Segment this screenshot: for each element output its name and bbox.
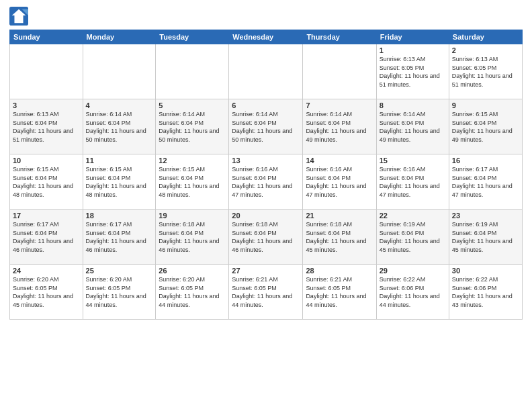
- calendar-cell: 4Sunrise: 6:14 AM Sunset: 6:04 PM Daylig…: [83, 99, 156, 154]
- calendar-cell: 10Sunrise: 6:15 AM Sunset: 6:04 PM Dayli…: [10, 154, 83, 210]
- day-info: Sunrise: 6:18 AM Sunset: 6:04 PM Dayligh…: [159, 220, 226, 254]
- weekday-tuesday: Tuesday: [156, 30, 229, 44]
- calendar-cell: 21Sunrise: 6:18 AM Sunset: 6:04 PM Dayli…: [303, 210, 376, 265]
- day-info: Sunrise: 6:14 AM Sunset: 6:04 PM Dayligh…: [232, 110, 300, 144]
- day-number: 3: [13, 101, 80, 109]
- weekday-header-row: SundayMondayTuesdayWednesdayThursdayFrid…: [10, 30, 523, 44]
- day-number: 26: [159, 267, 226, 275]
- day-number: 18: [86, 212, 153, 220]
- day-info: Sunrise: 6:13 AM Sunset: 6:05 PM Dayligh…: [452, 55, 519, 89]
- day-info: Sunrise: 6:18 AM Sunset: 6:04 PM Dayligh…: [306, 220, 373, 254]
- day-number: 16: [452, 156, 519, 165]
- calendar-cell: 28Sunrise: 6:21 AM Sunset: 6:05 PM Dayli…: [303, 265, 376, 320]
- day-number: 12: [159, 156, 226, 165]
- day-info: Sunrise: 6:15 AM Sunset: 6:04 PM Dayligh…: [452, 110, 519, 144]
- page: SundayMondayTuesdayWednesdayThursdayFrid…: [0, 0, 532, 411]
- day-number: 14: [306, 156, 373, 165]
- calendar-cell: 22Sunrise: 6:19 AM Sunset: 6:04 PM Dayli…: [376, 210, 449, 265]
- day-info: Sunrise: 6:17 AM Sunset: 6:04 PM Dayligh…: [86, 220, 153, 254]
- calendar-cell: 16Sunrise: 6:17 AM Sunset: 6:04 PM Dayli…: [449, 154, 522, 210]
- calendar-cell: 24Sunrise: 6:20 AM Sunset: 6:05 PM Dayli…: [10, 265, 83, 320]
- calendar-cell: 29Sunrise: 6:22 AM Sunset: 6:06 PM Dayli…: [376, 265, 449, 320]
- day-number: 28: [306, 267, 373, 275]
- week-row-3: 10Sunrise: 6:15 AM Sunset: 6:04 PM Dayli…: [10, 154, 523, 210]
- day-info: Sunrise: 6:21 AM Sunset: 6:05 PM Dayligh…: [232, 275, 300, 309]
- calendar-cell: 12Sunrise: 6:15 AM Sunset: 6:04 PM Dayli…: [156, 154, 229, 210]
- calendar-cell: [303, 44, 376, 99]
- day-info: Sunrise: 6:14 AM Sunset: 6:04 PM Dayligh…: [86, 110, 153, 144]
- day-number: 15: [380, 156, 446, 165]
- header: [9, 7, 523, 26]
- weekday-saturday: Saturday: [449, 30, 522, 44]
- day-info: Sunrise: 6:15 AM Sunset: 6:04 PM Dayligh…: [13, 165, 80, 199]
- day-info: Sunrise: 6:21 AM Sunset: 6:05 PM Dayligh…: [306, 275, 373, 309]
- weekday-monday: Monday: [83, 30, 156, 44]
- day-number: 17: [13, 212, 80, 220]
- day-info: Sunrise: 6:20 AM Sunset: 6:05 PM Dayligh…: [13, 275, 80, 309]
- calendar-cell: 26Sunrise: 6:20 AM Sunset: 6:05 PM Dayli…: [156, 265, 229, 320]
- day-info: Sunrise: 6:16 AM Sunset: 6:04 PM Dayligh…: [306, 165, 373, 199]
- day-number: 21: [306, 212, 373, 220]
- calendar-cell: 27Sunrise: 6:21 AM Sunset: 6:05 PM Dayli…: [229, 265, 303, 320]
- calendar-cell: 20Sunrise: 6:18 AM Sunset: 6:04 PM Dayli…: [229, 210, 303, 265]
- day-info: Sunrise: 6:15 AM Sunset: 6:04 PM Dayligh…: [159, 165, 226, 199]
- day-info: Sunrise: 6:14 AM Sunset: 6:04 PM Dayligh…: [306, 110, 373, 144]
- calendar-cell: 5Sunrise: 6:14 AM Sunset: 6:04 PM Daylig…: [156, 99, 229, 154]
- day-number: 7: [306, 101, 373, 109]
- day-number: 5: [159, 101, 226, 109]
- day-number: 20: [232, 212, 300, 220]
- calendar-cell: 15Sunrise: 6:16 AM Sunset: 6:04 PM Dayli…: [376, 154, 449, 210]
- weekday-friday: Friday: [376, 30, 449, 44]
- day-number: 22: [380, 212, 446, 220]
- logo-icon: [9, 7, 28, 26]
- day-number: 1: [380, 46, 446, 54]
- day-info: Sunrise: 6:13 AM Sunset: 6:04 PM Dayligh…: [13, 110, 80, 144]
- day-info: Sunrise: 6:22 AM Sunset: 6:06 PM Dayligh…: [452, 275, 519, 309]
- calendar-cell: 18Sunrise: 6:17 AM Sunset: 6:04 PM Dayli…: [83, 210, 156, 265]
- calendar-cell: [10, 44, 83, 99]
- day-number: 4: [86, 101, 153, 109]
- day-number: 10: [13, 156, 80, 165]
- logo: [9, 7, 30, 26]
- day-number: 11: [86, 156, 153, 165]
- calendar-cell: 13Sunrise: 6:16 AM Sunset: 6:04 PM Dayli…: [229, 154, 303, 210]
- weekday-sunday: Sunday: [10, 30, 83, 44]
- calendar-cell: 30Sunrise: 6:22 AM Sunset: 6:06 PM Dayli…: [449, 265, 522, 320]
- day-info: Sunrise: 6:17 AM Sunset: 6:04 PM Dayligh…: [13, 220, 80, 254]
- weekday-wednesday: Wednesday: [229, 30, 303, 44]
- calendar-cell: 25Sunrise: 6:20 AM Sunset: 6:05 PM Dayli…: [83, 265, 156, 320]
- calendar-cell: 23Sunrise: 6:19 AM Sunset: 6:04 PM Dayli…: [449, 210, 522, 265]
- day-info: Sunrise: 6:13 AM Sunset: 6:05 PM Dayligh…: [380, 55, 446, 89]
- day-number: 24: [13, 267, 80, 275]
- week-row-4: 17Sunrise: 6:17 AM Sunset: 6:04 PM Dayli…: [10, 210, 523, 265]
- day-number: 25: [86, 267, 153, 275]
- calendar-cell: 9Sunrise: 6:15 AM Sunset: 6:04 PM Daylig…: [449, 99, 522, 154]
- day-number: 29: [380, 267, 446, 275]
- calendar-cell: 1Sunrise: 6:13 AM Sunset: 6:05 PM Daylig…: [376, 44, 449, 99]
- day-number: 30: [452, 267, 519, 275]
- day-info: Sunrise: 6:14 AM Sunset: 6:04 PM Dayligh…: [159, 110, 226, 144]
- day-number: 27: [232, 267, 300, 275]
- day-info: Sunrise: 6:22 AM Sunset: 6:06 PM Dayligh…: [380, 275, 446, 309]
- calendar-cell: 2Sunrise: 6:13 AM Sunset: 6:05 PM Daylig…: [449, 44, 522, 99]
- day-info: Sunrise: 6:20 AM Sunset: 6:05 PM Dayligh…: [86, 275, 153, 309]
- day-info: Sunrise: 6:14 AM Sunset: 6:04 PM Dayligh…: [380, 110, 446, 144]
- calendar-cell: 14Sunrise: 6:16 AM Sunset: 6:04 PM Dayli…: [303, 154, 376, 210]
- day-info: Sunrise: 6:19 AM Sunset: 6:04 PM Dayligh…: [380, 220, 446, 254]
- calendar-cell: [229, 44, 303, 99]
- day-number: 23: [452, 212, 519, 220]
- calendar-cell: 11Sunrise: 6:15 AM Sunset: 6:04 PM Dayli…: [83, 154, 156, 210]
- calendar-cell: 6Sunrise: 6:14 AM Sunset: 6:04 PM Daylig…: [229, 99, 303, 154]
- day-info: Sunrise: 6:15 AM Sunset: 6:04 PM Dayligh…: [86, 165, 153, 199]
- day-info: Sunrise: 6:20 AM Sunset: 6:05 PM Dayligh…: [159, 275, 226, 309]
- day-info: Sunrise: 6:19 AM Sunset: 6:04 PM Dayligh…: [452, 220, 519, 254]
- day-info: Sunrise: 6:18 AM Sunset: 6:04 PM Dayligh…: [232, 220, 300, 254]
- day-number: 6: [232, 101, 300, 109]
- calendar-cell: 7Sunrise: 6:14 AM Sunset: 6:04 PM Daylig…: [303, 99, 376, 154]
- calendar-cell: [156, 44, 229, 99]
- week-row-5: 24Sunrise: 6:20 AM Sunset: 6:05 PM Dayli…: [10, 265, 523, 320]
- day-number: 8: [380, 101, 446, 109]
- calendar-cell: 17Sunrise: 6:17 AM Sunset: 6:04 PM Dayli…: [10, 210, 83, 265]
- day-info: Sunrise: 6:17 AM Sunset: 6:04 PM Dayligh…: [452, 165, 519, 199]
- day-number: 2: [452, 46, 519, 54]
